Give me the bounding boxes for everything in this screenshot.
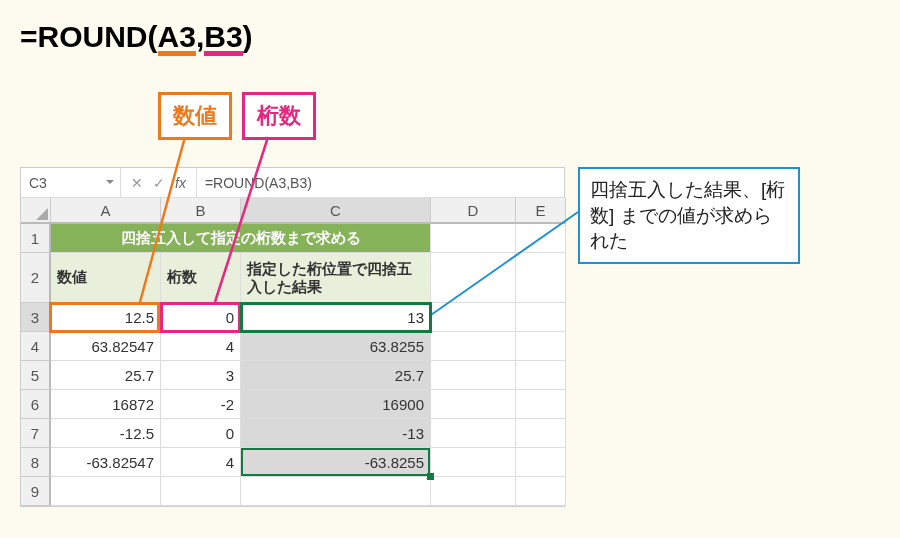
cell[interactable] xyxy=(516,419,566,448)
cell[interactable]: 4 xyxy=(161,448,241,477)
row-header[interactable]: 1 xyxy=(21,224,51,253)
cell[interactable]: 25.7 xyxy=(51,361,161,390)
row-header[interactable]: 9 xyxy=(21,477,51,506)
cell[interactable] xyxy=(431,361,516,390)
cell[interactable] xyxy=(431,332,516,361)
row-header[interactable]: 8 xyxy=(21,448,51,477)
cell[interactable] xyxy=(431,303,516,332)
cell-C8[interactable]: -63.8255 xyxy=(241,448,431,477)
cell-C8-value: -63.8255 xyxy=(365,454,424,471)
cell[interactable]: 63.8255 xyxy=(241,332,431,361)
cell[interactable] xyxy=(516,224,566,253)
cell[interactable]: -13 xyxy=(241,419,431,448)
cell[interactable] xyxy=(516,332,566,361)
cell[interactable] xyxy=(516,448,566,477)
cell[interactable]: 16872 xyxy=(51,390,161,419)
row-header[interactable]: 7 xyxy=(21,419,51,448)
header-C[interactable]: 指定した桁位置で四捨五入した結果 xyxy=(241,253,431,303)
formula-bar-buttons: ✕ ✓ fx xyxy=(121,168,197,197)
col-header[interactable]: D xyxy=(431,198,516,224)
cell[interactable] xyxy=(431,419,516,448)
cell-A3[interactable]: 12.5 xyxy=(51,303,161,332)
formula-arg1: A3 xyxy=(158,20,196,54)
confirm-icon[interactable]: ✓ xyxy=(153,175,165,191)
cell[interactable]: -63.82547 xyxy=(51,448,161,477)
cell[interactable] xyxy=(431,448,516,477)
label-pink-box: 桁数 xyxy=(242,92,316,140)
label-orange-box: 数値 xyxy=(158,92,232,140)
col-header[interactable]: C xyxy=(241,198,431,224)
cell[interactable] xyxy=(431,390,516,419)
row-header[interactable]: 4 xyxy=(21,332,51,361)
formula-suffix: ) xyxy=(243,20,253,53)
name-box[interactable]: C3 xyxy=(21,168,121,197)
cell[interactable] xyxy=(241,477,431,506)
cell-B3[interactable]: 0 xyxy=(161,303,241,332)
formula-arg2: B3 xyxy=(204,20,242,54)
header-A[interactable]: 数値 xyxy=(51,253,161,303)
cancel-icon[interactable]: ✕ xyxy=(131,175,143,191)
cell[interactable] xyxy=(51,477,161,506)
formula-bar-row: C3 ✕ ✓ fx =ROUND(A3,B3) xyxy=(21,168,564,198)
cell[interactable] xyxy=(431,477,516,506)
cell[interactable]: 3 xyxy=(161,361,241,390)
excel-window: C3 ✕ ✓ fx =ROUND(A3,B3) A B C D E 1 四捨五入… xyxy=(20,167,565,507)
cell[interactable] xyxy=(516,477,566,506)
col-header[interactable]: A xyxy=(51,198,161,224)
cell[interactable] xyxy=(516,361,566,390)
col-header[interactable]: E xyxy=(516,198,566,224)
cell[interactable]: 25.7 xyxy=(241,361,431,390)
cell[interactable]: -12.5 xyxy=(51,419,161,448)
row-header[interactable]: 2 xyxy=(21,253,51,303)
fx-icon[interactable]: fx xyxy=(175,175,186,191)
fill-handle-icon[interactable] xyxy=(427,473,434,480)
cell[interactable]: -2 xyxy=(161,390,241,419)
formula-comma: , xyxy=(196,20,204,53)
spreadsheet-grid: A B C D E 1 四捨五入して指定の桁数まで求める 2 数値 桁数 指定し… xyxy=(21,198,564,506)
cell-C3[interactable]: 13 xyxy=(241,303,431,332)
row-header[interactable]: 3 xyxy=(21,303,51,332)
formula-prefix: =ROUND( xyxy=(20,20,158,53)
cell[interactable] xyxy=(431,253,516,303)
col-header[interactable]: B xyxy=(161,198,241,224)
cell[interactable]: 0 xyxy=(161,419,241,448)
cell[interactable]: 16900 xyxy=(241,390,431,419)
cell[interactable]: 63.82547 xyxy=(51,332,161,361)
row-header[interactable]: 5 xyxy=(21,361,51,390)
callout-result: 四捨五入した結果、[桁数] までの値が求められた xyxy=(578,167,800,264)
select-all-corner[interactable] xyxy=(21,198,51,224)
header-B[interactable]: 桁数 xyxy=(161,253,241,303)
big-formula: =ROUND(A3,B3) xyxy=(20,20,880,54)
cell[interactable] xyxy=(516,253,566,303)
cell[interactable] xyxy=(431,224,516,253)
title-merged[interactable]: 四捨五入して指定の桁数まで求める xyxy=(51,224,431,253)
cell[interactable] xyxy=(516,390,566,419)
cell[interactable] xyxy=(516,303,566,332)
row-header[interactable]: 6 xyxy=(21,390,51,419)
formula-bar-input[interactable]: =ROUND(A3,B3) xyxy=(197,168,564,197)
cell[interactable] xyxy=(161,477,241,506)
cell[interactable]: 4 xyxy=(161,332,241,361)
